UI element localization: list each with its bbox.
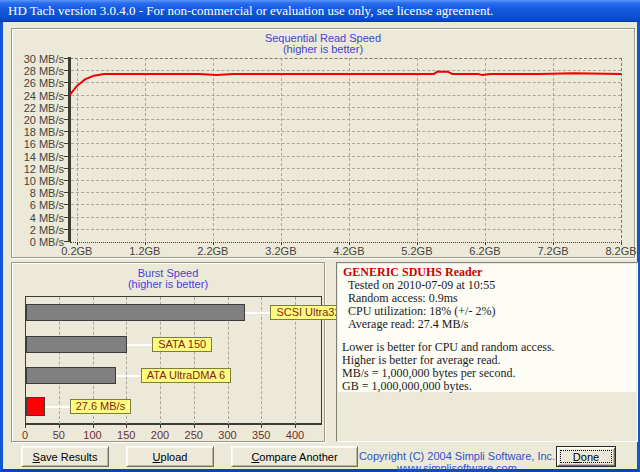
x-tick [126,425,127,428]
compare-another-drive-button[interactable]: Compare Another Drive [231,446,358,467]
x-tick-label: 3.2GB [259,245,303,257]
y-tick-label: 30 MB/s [14,53,64,65]
x-tick-label: 2.2GB [191,245,235,257]
save-results-button[interactable]: Save Results [21,446,109,467]
y-tick-label: 2 MB/s [14,224,64,236]
done-button[interactable]: Done [556,446,616,467]
x-tick-label: 0 [10,429,40,441]
x-tick [261,425,262,428]
x-tick [295,425,296,428]
y-tick [64,241,68,242]
x-tick-label: 6.2GB [463,245,507,257]
bar-1 [26,336,127,353]
x-tick [281,242,282,245]
x-tick [485,242,486,245]
x-tick [621,242,622,245]
x-tick-label: 300 [213,429,243,441]
x-gridline [261,297,262,424]
y-tick [64,143,68,144]
bar-connector [127,344,152,346]
y-tick-label: 22 MB/s [14,102,64,114]
bar-0 [26,304,245,321]
x-tick [25,425,26,428]
x-tick-label: 100 [78,429,108,441]
upload-results-button[interactable]: Upload Results [126,446,214,467]
y-tick [64,192,68,193]
window-title: HD Tach version 3.0.4.0 - For non-commer… [8,3,493,18]
burst-speed-panel: Burst Speed (higher is better) 050100150… [11,262,325,442]
y-tick [64,204,68,205]
bar-2 [26,367,116,384]
y-tick-label: 6 MB/s [14,199,64,211]
x-tick [93,425,94,428]
drive-info-panel: GENERIC SDUHS Reader Tested on 2010-07-0… [336,262,638,442]
y-tick [64,168,68,169]
copyright-text: Copyright (C) 2004 Simpli Software, Inc.… [355,450,559,472]
burst-speed-subtitle: (higher is better) [12,278,324,290]
footer-bar: Save Results Upload Results Compare Anot… [3,446,637,469]
y-tick [64,131,68,132]
y-tick [64,119,68,120]
bar-connector [245,312,270,314]
drive-detail-line: Average read: 27.4 MB/s [341,318,633,331]
y-tick-label: 24 MB/s [14,90,64,102]
y-tick [64,58,68,59]
x-tick-label: 50 [44,429,74,441]
read-speed-line [70,58,621,241]
focus-rectangle [560,450,612,463]
x-tick-label: 5.2GB [395,245,439,257]
x-tick-label: 400 [280,429,310,441]
y-tick-label: 18 MB/s [14,126,64,138]
y-tick-label: 8 MB/s [14,187,64,199]
y-tick [64,217,68,218]
y-tick-label: 4 MB/s [14,212,64,224]
x-tick [213,242,214,245]
x-tick [59,425,60,428]
y-tick-label: 12 MB/s [14,163,64,175]
hdtach-window: HD Tach version 3.0.4.0 - For non-commer… [0,0,640,472]
x-tick-label: 7.2GB [531,245,575,257]
drive-note-lines: Lower is better for CPU and random acces… [341,341,633,393]
x-tick [349,242,350,245]
x-tick-label: 8.2GB [599,245,640,257]
y-tick-label: 10 MB/s [14,175,64,187]
y-tick-label: 16 MB/s [14,138,64,150]
x-tick-label: 200 [145,429,175,441]
y-tick-label: 28 MB/s [14,65,64,77]
x-tick-label: 350 [246,429,276,441]
bar-connector [116,375,141,377]
x-tick [145,242,146,245]
bar-label: ATA UltraDMA 6 [141,368,231,383]
drive-detail-lines: Tested on 2010-07-09 at 10:55Random acce… [341,279,633,331]
x-tick-label: 250 [179,429,209,441]
title-bar[interactable]: HD Tach version 3.0.4.0 - For non-commer… [0,0,640,22]
y-tick-label: 26 MB/s [14,77,64,89]
x-tick-label: 150 [111,429,141,441]
y-tick [64,107,68,108]
x-tick-label: 4.2GB [327,245,371,257]
x-tick [77,242,78,245]
y-tick [64,95,68,96]
y-tick-label: 20 MB/s [14,114,64,126]
bar-label: 27.6 MB/s [70,399,132,414]
x-tick-label: 0.2GB [55,245,99,257]
x-tick [160,425,161,428]
y-tick [64,82,68,83]
y-tick [64,180,68,181]
drive-info-text: GENERIC SDUHS Reader Tested on 2010-07-0… [341,266,633,393]
x-tick [417,242,418,245]
bar-label: SATA 150 [152,337,212,352]
client-area: Sequential Read Speed (higher is better)… [0,22,640,472]
x-tick [194,425,195,428]
sequential-read-panel: Sequential Read Speed (higher is better)… [11,28,635,258]
sequential-read-subtitle: (higher is better) [12,43,634,55]
y-tick [64,156,68,157]
y-tick [64,229,68,230]
x-tick [553,242,554,245]
y-tick [64,70,68,71]
x-tick-label: 1.2GB [123,245,167,257]
bar-connector [45,406,70,408]
y-tick-label: 14 MB/s [14,151,64,163]
drive-note-line: GB = 1,000,000,000 bytes. [341,380,633,393]
x-tick [228,425,229,428]
